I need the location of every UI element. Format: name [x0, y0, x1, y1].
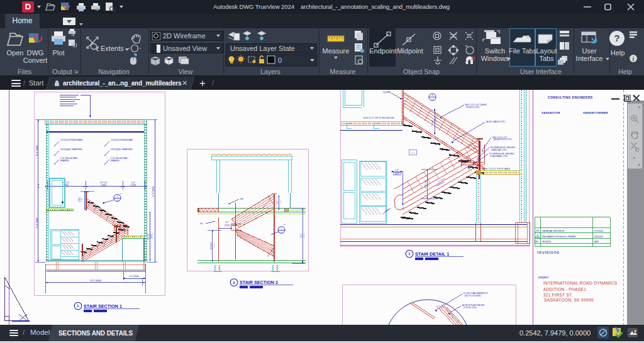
svg-text:GLULAM: GLULAM — [383, 91, 391, 94]
svg-text:A-05: A-05 — [431, 99, 435, 101]
svg-text:A-05: A-05 — [116, 200, 119, 202]
svg-text:3'-6": 3'-6" — [431, 119, 434, 122]
svg-text:[4064]: [4064] — [303, 233, 305, 237]
svg-text:ALUM. CABLES (TYP.): ALUM. CABLES (TYP.) — [486, 121, 505, 123]
svg-text:[1219]: [1219] — [225, 224, 230, 227]
svg-text:PLATE PANEL (TYP.): PLATE PANEL (TYP.) — [491, 155, 508, 158]
svg-text:1'-6": 1'-6" — [395, 169, 399, 172]
svg-text:RELEASED FOR BLDG. PERMIT: RELEASED FOR BLDG. PERMIT — [542, 236, 577, 238]
svg-text:22'-4" [6804]: 22'-4" [6804] — [152, 186, 155, 197]
svg-text:17/12/01: 17/12/01 — [594, 230, 604, 232]
svg-text:ELEV. 5'-10 1/2" TOP OF LANDG.: ELEV. 5'-10 1/2" TOP OF LANDG. — [483, 168, 511, 170]
svg-text:DATE: DATE — [594, 241, 599, 243]
svg-text:FRAMING: FRAMING — [111, 160, 119, 162]
svg-text:?: ? — [614, 33, 619, 43]
svg-text:CONSULTING ENGINEERS: CONSULTING ENGINEERS — [548, 95, 593, 99]
svg-text:1/2"[13] GYPSUM BOARD: 1/2"[13] GYPSUM BOARD — [60, 139, 83, 141]
svg-text:4'-0": 4'-0" — [225, 221, 229, 224]
svg-text:[2664]: [2664] — [101, 184, 106, 187]
svg-text:PICKETS (TYP.): PICKETS (TYP.) — [466, 106, 479, 109]
svg-text:[2591]: [2591] — [150, 234, 153, 238]
svg-text:REVISION: REVISION — [542, 241, 551, 243]
svg-text:[197]: [197] — [428, 182, 430, 186]
svg-text:8'-10 1/2": 8'-10 1/2" — [210, 242, 213, 249]
svg-text:ADDITION - PHASE1: ADDITION - PHASE1 — [543, 287, 587, 291]
svg-text:ELEV. 11'-6" TOP OF SECOND FLR: ELEV. 11'-6" TOP OF SECOND FLR. — [364, 117, 394, 119]
svg-text:[2464]: [2464] — [64, 184, 69, 187]
svg-text:5/8"[16] A.B. SHEATHING: 5/8"[16] A.B. SHEATHING — [111, 148, 133, 151]
svg-text:6'-0" [1829]: 6'-0" [1829] — [129, 275, 138, 278]
svg-text:[1981]: [1981] — [78, 197, 80, 202]
svg-text:project: project — [538, 275, 548, 279]
svg-text:SASKATOON: SASKATOON — [541, 111, 560, 114]
svg-text:(NUT TO OUTSIDE): (NUT TO OUTSIDE) — [465, 295, 481, 297]
svg-text:11'-4" [3454]: 11'-4" [3454] — [36, 218, 38, 229]
svg-text:STAIR SECTION 2: STAIR SECTION 2 — [240, 280, 278, 285]
svg-text:TO POST (TYP.): TO POST (TYP.) — [464, 307, 477, 309]
svg-text:SIM: SIM — [283, 224, 286, 226]
svg-text:STAIR SECTION 1: STAIR SECTION 1 — [84, 303, 122, 309]
svg-text:5/8"[16] A.B. SHEATHING: 5/8"[16] A.B. SHEATHING — [60, 148, 82, 151]
svg-text:GENERAL REVISION: GENERAL REVISION — [542, 230, 565, 232]
svg-text:20'-4" [6200]: 20'-4" [6200] — [36, 145, 38, 156]
svg-text:SIM: SIM — [119, 193, 122, 195]
svg-text:STAIR DETAIL 1: STAIR DETAIL 1 — [415, 251, 449, 257]
svg-text:i: i — [633, 56, 635, 62]
svg-text:[38x38] POSTS (TYP.): [38x38] POSTS (TYP.) — [494, 138, 512, 141]
svg-text:[914]: [914] — [280, 200, 282, 204]
svg-text:SASKATOON, SK 99999: SASKATOON, SK 99999 — [544, 298, 594, 302]
svg-text:7'-6": 7'-6" — [80, 198, 83, 202]
svg-text:W8: W8 — [240, 198, 243, 200]
svg-text:INTERNATIONAL ROAD DYNAMICS: INTERNATIONAL ROAD DYNAMICS — [543, 281, 618, 285]
svg-text:4 1/2": 4 1/2" — [411, 152, 415, 154]
svg-text:[1373]: [1373] — [131, 184, 136, 187]
svg-text:revisions: revisions — [537, 249, 560, 255]
svg-text:[0456]: [0456] — [394, 173, 399, 175]
svg-text:20/11/01: 20/11/01 — [594, 236, 604, 238]
svg-text:[1067]: [1067] — [435, 119, 437, 123]
svg-text:321 FIRST ST.: 321 FIRST ST. — [543, 293, 573, 297]
svg-text:13'-4": 13'-4" — [300, 233, 303, 237]
svg-text:8'-0 1/2": 8'-0 1/2" — [147, 233, 150, 240]
svg-text:13'-4" [4064]: 13'-4" [4064] — [90, 280, 101, 282]
svg-text:3'-0": 3'-0" — [276, 200, 279, 204]
svg-text:6x6: 6x6 — [200, 222, 203, 225]
svg-text:PLATE RAIL (TYP.): PLATE RAIL (TYP.) — [491, 149, 507, 151]
svg-text:SASKATCHEWAN: SASKATCHEWAN — [583, 111, 608, 114]
svg-text:7R @ 7 3/4": 7R @ 7 3/4" — [425, 180, 427, 188]
svg-text:[2705]: [2705] — [213, 243, 215, 248]
svg-text:A-05: A-05 — [280, 232, 284, 234]
svg-text:FRAMING: FRAMING — [60, 160, 69, 162]
svg-text:REV: REV — [535, 241, 539, 243]
svg-text:0: 0 — [278, 57, 282, 64]
svg-text:1/2"[13] GYPSUM BOARD: 1/2"[13] GYPSUM BOARD — [111, 139, 133, 141]
